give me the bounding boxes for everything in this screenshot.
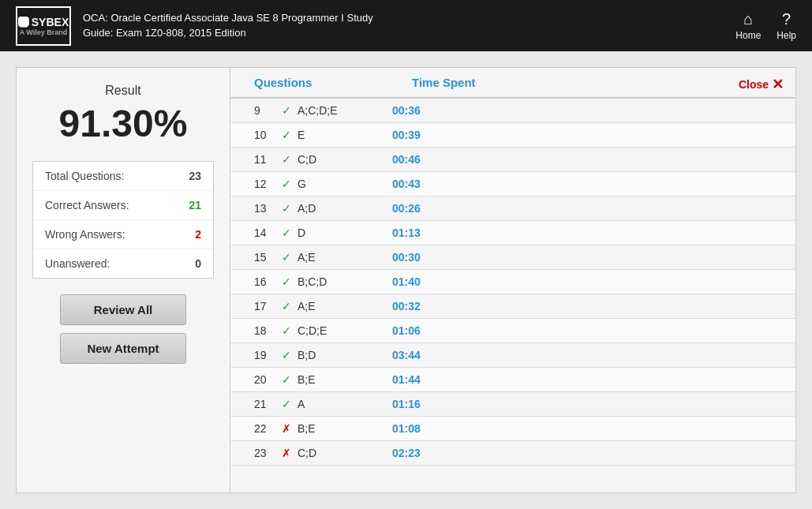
check-correct-icon: ✓	[282, 129, 297, 141]
table-row: 16✓B;C;D01:40	[230, 270, 795, 294]
stat-value: 2	[195, 228, 201, 241]
row-number: 9	[254, 104, 282, 117]
check-correct-icon: ✓	[282, 178, 297, 190]
stats-box: Total Questions:23Correct Answers:21Wron…	[32, 161, 214, 279]
row-time: 00:30	[392, 251, 421, 264]
row-answer: A;E	[297, 251, 392, 264]
col-time-header: Time Spent	[412, 76, 476, 89]
check-correct-icon: ✓	[282, 300, 297, 313]
row-time: 01:13	[392, 226, 421, 239]
table-row: 19✓B;D03:44	[230, 343, 795, 368]
row-time: 00:36	[392, 104, 421, 117]
close-label: Close	[739, 78, 769, 91]
wiley-text: A Wiley Brand	[20, 28, 68, 36]
row-answer: A;E	[297, 300, 392, 313]
row-time: 01:06	[392, 324, 421, 337]
row-answer: A;D	[297, 202, 392, 215]
check-wrong-icon: ✗	[282, 422, 297, 435]
stat-label: Total Questions:	[45, 170, 124, 182]
main-content: Result 91.30% Total Questions:23Correct …	[0, 51, 812, 509]
row-answer: E	[297, 129, 392, 141]
stat-row: Wrong Answers:2	[33, 220, 213, 249]
book-title: OCA: Oracle Certified Associate Java SE …	[83, 11, 399, 39]
header-left: SYBEX A Wiley Brand OCA: Oracle Certifie…	[16, 6, 399, 46]
table-row: 10✓E00:39	[230, 123, 795, 148]
content-area: Result 91.30% Total Questions:23Correct …	[16, 67, 796, 493]
result-percent: 91.30%	[59, 102, 188, 145]
table-row: 13✓A;D00:26	[230, 196, 795, 221]
row-number: 16	[254, 275, 282, 288]
row-answer: B;C;D	[297, 275, 392, 288]
check-correct-icon: ✓	[282, 104, 297, 117]
row-number: 22	[254, 422, 282, 435]
row-answer: B;D	[297, 349, 392, 361]
table-row: 23✗C;D02:23	[230, 441, 795, 466]
left-panel: Result 91.30% Total Questions:23Correct …	[17, 68, 230, 492]
row-time: 03:44	[392, 349, 421, 361]
row-number: 17	[254, 300, 282, 313]
stat-label: Correct Answers:	[45, 199, 129, 211]
row-number: 11	[254, 153, 282, 166]
row-number: 23	[254, 447, 282, 459]
row-time: 01:08	[392, 422, 421, 435]
check-correct-icon: ✓	[282, 251, 297, 264]
check-correct-icon: ✓	[282, 349, 297, 361]
new-attempt-button[interactable]: New Attempt	[60, 333, 186, 364]
row-number: 21	[254, 398, 282, 410]
row-time: 00:26	[392, 202, 421, 215]
table-row: 14✓D01:13	[230, 221, 795, 245]
row-number: 14	[254, 226, 282, 239]
row-time: 00:46	[392, 153, 421, 166]
stat-value: 21	[189, 199, 201, 211]
stat-value: 0	[195, 257, 201, 270]
header: SYBEX A Wiley Brand OCA: Oracle Certifie…	[0, 0, 812, 51]
row-answer: C;D	[297, 153, 392, 166]
row-number: 20	[254, 373, 282, 386]
table-row: 20✓B;E01:44	[230, 368, 795, 392]
row-answer: A	[297, 398, 392, 410]
table-body: 9✓A;C;D;E00:3610✓E00:3911✓C;D00:4612✓G00…	[230, 99, 795, 492]
row-time: 01:44	[392, 373, 421, 386]
table-header: Questions Time Spent	[230, 68, 795, 99]
row-number: 13	[254, 202, 282, 215]
row-answer: D	[297, 226, 392, 239]
row-time: 01:40	[392, 275, 421, 288]
row-time: 02:23	[392, 447, 421, 459]
table-row: 22✗B;E01:08	[230, 417, 795, 441]
close-button[interactable]: Close ✕	[739, 76, 784, 93]
help-nav[interactable]: ? Help	[776, 10, 796, 41]
sybex-text: SYBEX	[32, 16, 69, 28]
table-row: 9✓A;C;D;E00:36	[230, 99, 795, 123]
check-correct-icon: ✓	[282, 324, 297, 337]
row-number: 19	[254, 349, 282, 361]
row-answer: B;E	[297, 422, 392, 435]
row-number: 15	[254, 251, 282, 264]
result-label: Result	[105, 84, 140, 98]
close-icon: ✕	[772, 76, 784, 93]
home-nav[interactable]: ⌂ Home	[735, 10, 761, 41]
stat-row: Total Questions:23	[33, 162, 213, 191]
stat-label: Wrong Answers:	[45, 228, 125, 241]
stat-value: 23	[189, 170, 201, 182]
row-time: 00:39	[392, 129, 421, 141]
table-row: 18✓C;D;E01:06	[230, 319, 795, 343]
stat-row: Correct Answers:21	[33, 191, 213, 220]
table-row: 17✓A;E00:32	[230, 294, 795, 319]
stat-label: Unanswered:	[45, 257, 110, 270]
help-icon: ?	[782, 10, 791, 28]
check-correct-icon: ✓	[282, 275, 297, 288]
table-row: 15✓A;E00:30	[230, 245, 795, 270]
right-panel: Close ✕ Questions Time Spent 9✓A;C;D;E00…	[230, 68, 795, 492]
check-correct-icon: ✓	[282, 202, 297, 215]
check-correct-icon: ✓	[282, 398, 297, 410]
row-answer: A;C;D;E	[297, 104, 392, 117]
table-row: 11✓C;D00:46	[230, 148, 795, 172]
table-row: 21✓A01:16	[230, 392, 795, 417]
row-number: 12	[254, 178, 282, 190]
row-number: 10	[254, 129, 282, 141]
col-questions-header: Questions	[254, 76, 412, 89]
row-answer: B;E	[297, 373, 392, 386]
row-answer: C;D;E	[297, 324, 392, 337]
table-row: 12✓G00:43	[230, 172, 795, 196]
review-all-button[interactable]: Review All	[60, 294, 186, 325]
